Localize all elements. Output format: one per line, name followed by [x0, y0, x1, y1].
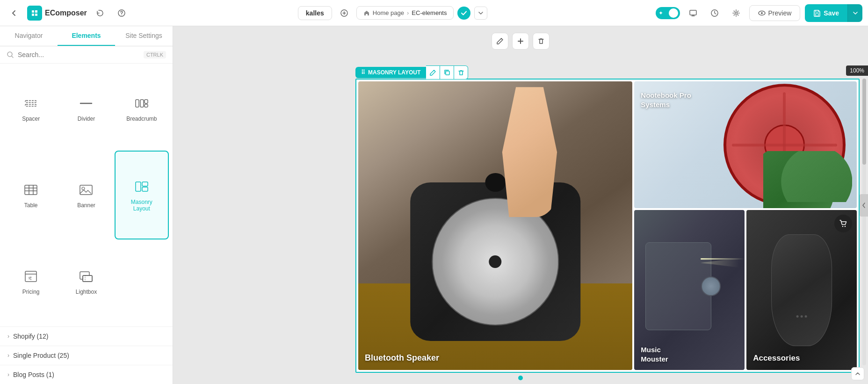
chevron-single-product-icon: › — [7, 352, 9, 359]
spacer-icon — [22, 95, 39, 112]
svg-rect-10 — [25, 104, 36, 106]
add-tool-button[interactable] — [512, 33, 529, 50]
preview-button[interactable]: Preview — [749, 5, 801, 21]
history-button[interactable] — [92, 5, 108, 22]
element-divider[interactable]: Divider — [59, 67, 113, 150]
bottom-dot-indicator — [518, 376, 523, 380]
svg-rect-24 — [83, 275, 92, 282]
element-spacer[interactable]: Spacer — [4, 67, 58, 150]
element-breadcrumb-label: Breadcrumb — [126, 116, 157, 122]
element-lightbox-label: Lightbox — [76, 289, 97, 295]
collapse-handle[interactable] — [860, 194, 868, 217]
masonry-col-right: Nootebook ProSystems — [634, 81, 857, 370]
panel-search: CTRLK — [0, 46, 173, 64]
panel-tabs: Navigator Elements Site Settings — [0, 26, 173, 46]
search-shortcut: CTRLK — [144, 51, 166, 58]
category-blog-posts: › Blog Posts (1) — [0, 365, 173, 384]
masonry-layout-icon — [133, 178, 150, 195]
category-shopify-label: Shopify (12) — [13, 333, 48, 340]
accessories-caption: Accessories — [753, 353, 800, 363]
svg-point-7 — [761, 12, 763, 14]
search-icon — [7, 51, 14, 58]
category-blog-posts-label: Blog Posts (1) — [13, 371, 54, 378]
scroll-up-button[interactable] — [851, 367, 864, 380]
status-indicator — [457, 7, 470, 20]
topbar: EComposer kalles Home page › EC-elements… — [0, 0, 868, 26]
masonry-item-speaker[interactable]: Bluetooth Speaker — [358, 81, 632, 370]
element-spacer-label: Spacer — [22, 116, 40, 122]
element-duplicate-button[interactable] — [440, 65, 454, 80]
svg-point-17 — [82, 187, 85, 190]
category-single-product-header[interactable]: › Single Product (25) — [0, 346, 173, 365]
element-toolbar-label[interactable]: ⠿ MASONRY LAYOUT — [355, 67, 426, 78]
help-button[interactable] — [113, 5, 130, 22]
masonry-item-fan[interactable]: Nootebook ProSystems — [634, 81, 857, 208]
svg-rect-20 — [142, 187, 148, 191]
svg-rect-19 — [142, 182, 148, 186]
duplicate-element-icon — [444, 69, 450, 76]
category-blog-posts-header[interactable]: › Blog Posts (1) — [0, 365, 173, 384]
breadcrumb-page: Home page — [373, 9, 404, 16]
canvas-area: ⠿ MASONRY LAYOUT 100% — [173, 26, 868, 384]
element-lightbox[interactable]: Lightbox — [59, 240, 113, 323]
element-pricing[interactable]: $ Pricing — [4, 240, 58, 323]
theme-button[interactable]: kalles — [298, 6, 332, 20]
save-icon — [813, 9, 821, 17]
svg-rect-16 — [80, 185, 92, 195]
home-icon — [363, 10, 370, 16]
masonry-col-left: Bluetooth Speaker — [358, 81, 632, 370]
monitor-button[interactable] — [685, 5, 702, 22]
back-button[interactable] — [6, 5, 22, 22]
edit-element-icon — [430, 69, 436, 76]
delete-tool-button[interactable] — [533, 33, 550, 50]
svg-point-27 — [842, 226, 843, 227]
masonry-item-camera[interactable]: MusicMouster — [634, 210, 745, 370]
svg-point-1 — [121, 14, 122, 15]
element-masonry-label: MasonryLayout — [131, 199, 152, 212]
cart-badge — [834, 215, 852, 232]
table-icon — [22, 181, 39, 198]
svg-rect-3 — [690, 10, 696, 15]
topbar-center: kalles Home page › EC-elements — [135, 5, 651, 22]
delete-element-icon — [458, 69, 464, 76]
notebook-caption: Nootebook ProSystems — [641, 91, 691, 109]
svg-text:$: $ — [29, 276, 30, 280]
category-shopify-header[interactable]: › Shopify (12) — [0, 327, 173, 346]
main-layout: Navigator Elements Site Settings CTRLK S… — [0, 26, 868, 384]
element-edit-button[interactable] — [426, 65, 440, 80]
banner-icon — [78, 181, 94, 198]
settings-button[interactable] — [728, 5, 745, 22]
add-section-button[interactable] — [336, 5, 353, 22]
canvas-bottom-nav — [518, 376, 523, 380]
eye-icon — [758, 9, 766, 17]
svg-rect-12 — [140, 100, 144, 107]
element-breadcrumb[interactable]: Breadcrumb — [115, 67, 169, 150]
tab-elements[interactable]: Elements — [58, 26, 115, 46]
speaker-caption: Bluetooth Speaker — [365, 353, 439, 363]
element-pricing-label: Pricing — [22, 289, 40, 295]
search-input[interactable] — [18, 51, 140, 58]
svg-rect-13 — [145, 100, 148, 103]
elements-grid: Spacer Divider Brea — [0, 64, 173, 326]
element-masonry-layout[interactable]: MasonryLayout — [115, 151, 169, 239]
clock-button[interactable] — [706, 5, 723, 22]
breadcrumb-separator: › — [407, 9, 409, 16]
breadcrumb-dropdown[interactable] — [474, 7, 487, 20]
element-delete-button[interactable] — [454, 65, 468, 80]
canvas-scrollbar[interactable] — [862, 79, 866, 365]
tab-site-settings[interactable]: Site Settings — [115, 26, 173, 46]
masonry-bottom-row: MusicMouster — [634, 210, 857, 370]
toggle-switch[interactable]: ✦ — [656, 7, 680, 19]
move-icon: ⠿ — [361, 69, 365, 76]
element-banner[interactable]: Banner — [59, 151, 113, 239]
tab-navigator[interactable]: Navigator — [0, 26, 58, 46]
masonry-container: Bluetooth Speaker — [356, 80, 859, 372]
app-logo: EComposer — [27, 6, 87, 21]
element-banner-label: Banner — [77, 202, 95, 209]
element-table[interactable]: Table — [4, 151, 58, 239]
masonry-item-accessories[interactable]: Accessories — [746, 210, 857, 370]
pencil-tool-button[interactable] — [492, 33, 508, 50]
toggle-knob — [669, 8, 678, 18]
save-dropdown-button[interactable] — [847, 4, 862, 22]
save-button[interactable]: Save — [805, 4, 847, 22]
